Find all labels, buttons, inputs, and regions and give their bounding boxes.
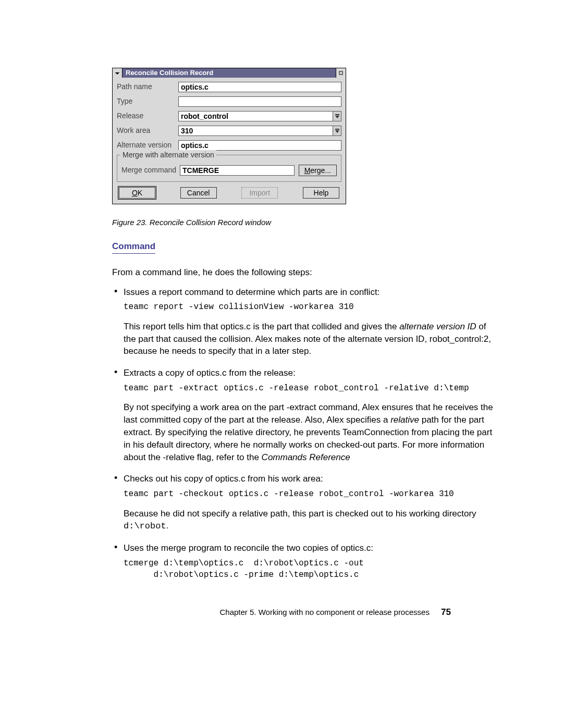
reconcile-collision-dialog: Reconcile Collision Record Path name opt… <box>112 68 346 204</box>
workarea-dropdown-icon[interactable] <box>333 126 341 136</box>
footer-page-number: 75 <box>441 607 451 617</box>
merge-command-label: Merge command <box>121 165 180 176</box>
release-label: Release <box>117 111 178 121</box>
step-4-text: Uses the merge program to reconcile the … <box>124 543 373 553</box>
step-1-para: This report tells him that optics.c is t… <box>124 322 491 356</box>
merge-button[interactable]: Merge... <box>299 165 337 176</box>
system-menu-icon[interactable] <box>113 68 123 78</box>
steps-list: Issues a report command to determine whi… <box>112 286 498 581</box>
step-3-code: teamc part -checkout optics.c -release r… <box>124 488 498 500</box>
merge-groupbox: Merge with alternate version Merge comma… <box>117 155 341 182</box>
footer-chapter: Chapter 5. Working with no component or … <box>219 608 429 616</box>
workarea-label: Work area <box>117 126 178 136</box>
workarea-field[interactable]: 310 <box>178 126 333 136</box>
path-name-label: Path name <box>117 82 178 92</box>
type-field[interactable] <box>178 96 341 107</box>
step-2-para: By not specifying a work area on the par… <box>124 402 493 462</box>
svg-rect-3 <box>335 114 339 115</box>
svg-marker-4 <box>335 116 339 118</box>
type-label: Type <box>117 96 178 107</box>
release-field[interactable]: robot_control <box>178 111 333 121</box>
svg-rect-5 <box>335 129 339 130</box>
step-3: Checks out his copy of optics.c from his… <box>112 473 498 533</box>
page-footer: Chapter 5. Working with no component or … <box>219 606 451 619</box>
svg-rect-0 <box>115 72 119 73</box>
help-button[interactable]: Help <box>303 187 339 199</box>
title-bar: Reconcile Collision Record <box>113 68 346 78</box>
merge-group-legend: Merge with alternate version <box>120 150 216 161</box>
import-button: Import <box>241 187 278 199</box>
step-2: Extracts a copy of optics.c from the rel… <box>112 367 498 463</box>
cancel-button[interactable]: Cancel <box>180 187 217 199</box>
release-dropdown-icon[interactable] <box>333 111 341 121</box>
step-1: Issues a report command to determine whi… <box>112 286 498 358</box>
intro-text: From a command line, he does the followi… <box>112 266 498 279</box>
figure-caption: Figure 23. Reconcile Collision Record wi… <box>112 217 498 228</box>
svg-rect-2 <box>339 71 342 75</box>
ok-button[interactable]: OK <box>119 187 155 199</box>
step-1-text: Issues a report command to determine whi… <box>124 287 380 297</box>
svg-marker-1 <box>116 73 119 75</box>
alternate-version-field[interactable]: optics.c <box>178 140 341 151</box>
step-2-text: Extracts a copy of optics.c from the rel… <box>124 368 296 378</box>
step-2-code: teamc part -extract optics.c -release ro… <box>124 382 498 394</box>
svg-marker-6 <box>335 130 339 133</box>
step-4-code: tcmerge d:\temp\optics.c d:\robot\optics… <box>124 558 498 581</box>
step-3-para: Because he did not specify a relative pa… <box>124 509 476 531</box>
section-heading: Command <box>112 240 155 254</box>
dialog-title: Reconcile Collision Record <box>123 68 336 78</box>
path-name-field[interactable]: optics.c <box>178 82 341 92</box>
minimize-icon[interactable] <box>336 68 346 78</box>
merge-command-field[interactable]: TCMERGE <box>180 165 295 176</box>
alternate-version-label: Alternate version <box>117 140 178 151</box>
step-3-text: Checks out his copy of optics.c from his… <box>124 474 323 484</box>
step-1-code: teamc report -view collisionView -workar… <box>124 301 498 313</box>
step-4: Uses the merge program to reconcile the … <box>112 542 498 581</box>
